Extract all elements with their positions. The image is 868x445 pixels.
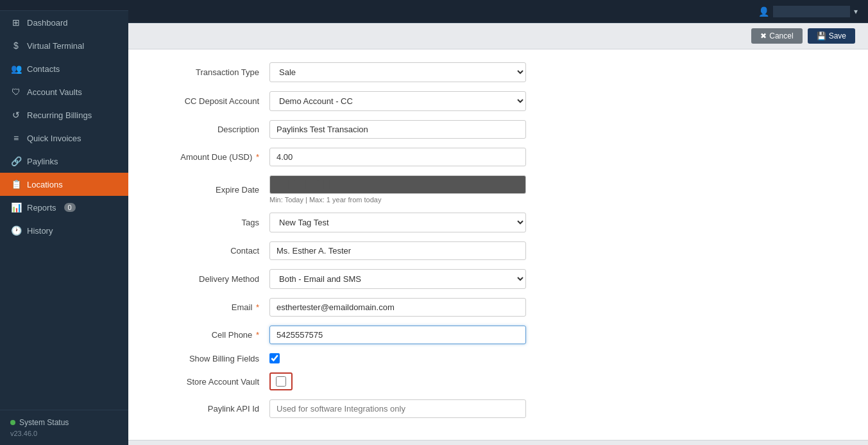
form-body: Transaction Type Sale Auth Only Refund C…: [128, 49, 868, 440]
sidebar-item-contacts[interactable]: 👥 Contacts: [0, 57, 128, 80]
sidebar-item-label: Quick Invoices: [27, 134, 81, 143]
description-row: Description: [154, 120, 842, 139]
show-billing-checkbox-wrapper: [269, 353, 526, 363]
sidebar-header: [0, 0, 128, 11]
email-label: Email *: [154, 302, 269, 312]
locations-icon: 📋: [10, 179, 22, 189]
main-content: 👤 ▾ ✖ Cancel 💾 Save Transaction Type: [128, 0, 868, 445]
sidebar-item-label: Contacts: [27, 64, 60, 74]
transaction-type-select[interactable]: Sale Auth Only Refund: [269, 62, 526, 82]
cancel-icon: ✖: [760, 31, 767, 40]
delivery-method-label: Delivery Method: [154, 274, 269, 284]
show-billing-field: [269, 353, 526, 363]
reports-badge: 0: [64, 203, 76, 212]
sidebar-item-label: Dashboard: [27, 18, 68, 28]
cell-phone-input[interactable]: [269, 326, 526, 344]
contact-row: Contact: [154, 241, 842, 260]
description-input[interactable]: [269, 120, 526, 139]
transaction-type-row: Transaction Type Sale Auth Only Refund: [154, 62, 842, 82]
sidebar-item-label: Reports: [27, 203, 56, 213]
expire-date-hint: Min: Today | Max: 1 year from today: [269, 196, 526, 204]
sidebar-item-reports[interactable]: 📊 Reports 0: [0, 196, 128, 219]
paylink-api-row: Paylink API Id: [154, 399, 842, 418]
store-vault-checkbox[interactable]: [276, 376, 286, 387]
transaction-type-field: Sale Auth Only Refund: [269, 62, 526, 82]
delivery-method-row: Delivery Method Both - Email and SMS Ema…: [154, 269, 842, 289]
tags-field: New Tag Test: [269, 213, 526, 232]
cc-deposit-label: CC Deposit Account: [154, 96, 269, 106]
show-billing-checkbox[interactable]: [269, 353, 280, 363]
cc-deposit-row: CC Deposit Account Demo Account - CC: [154, 91, 842, 111]
expire-date-input[interactable]: [269, 175, 526, 194]
cell-phone-row: Cell Phone *: [154, 326, 842, 344]
amount-due-label: Amount Due (USD) *: [154, 152, 269, 162]
expire-date-row: Expire Date Min: Today | Max: 1 year fro…: [154, 175, 842, 204]
tags-label: Tags: [154, 218, 269, 227]
description-label: Description: [154, 125, 269, 134]
topbar: 👤 ▾: [128, 0, 868, 23]
user-menu[interactable]: 👤 ▾: [758, 6, 858, 17]
contact-label: Contact: [154, 246, 269, 256]
tags-select[interactable]: New Tag Test: [269, 213, 526, 232]
sidebar-item-history[interactable]: 🕐 History: [0, 219, 128, 242]
cell-phone-field: [269, 326, 526, 344]
history-icon: 🕐: [10, 225, 22, 236]
sidebar-item-label: Paylinks: [27, 157, 58, 166]
dropdown-arrow-icon: ▾: [854, 7, 858, 16]
user-name-field[interactable]: [773, 6, 850, 17]
sidebar-item-locations[interactable]: 📋 Locations: [0, 173, 128, 196]
amount-due-field: [269, 148, 526, 166]
paylink-api-input[interactable]: [269, 399, 526, 418]
user-icon: 👤: [758, 6, 769, 17]
sidebar-item-label: History: [27, 226, 53, 236]
delivery-method-select[interactable]: Both - Email and SMS Email Only SMS Only: [269, 269, 526, 289]
form-container: ✖ Cancel 💾 Save Transaction Type Sale Au…: [128, 23, 868, 445]
reports-icon: 📊: [10, 202, 22, 213]
store-vault-checkbox-area: [269, 372, 293, 390]
sidebar-item-paylinks[interactable]: 🔗 Paylinks: [0, 150, 128, 173]
sidebar-nav: ⊞ Dashboard $ Virtual Terminal 👥 Contact…: [0, 11, 128, 242]
tags-row: Tags New Tag Test: [154, 213, 842, 232]
show-billing-row: Show Billing Fields: [154, 353, 842, 363]
system-status-label: System Status: [19, 418, 69, 427]
cell-phone-label: Cell Phone *: [154, 330, 269, 340]
paylink-api-field: [269, 399, 526, 418]
expire-date-label: Expire Date: [154, 185, 269, 195]
cc-deposit-select[interactable]: Demo Account - CC: [269, 91, 526, 111]
sidebar-footer: System Status v23.46.0: [0, 410, 128, 445]
transaction-type-label: Transaction Type: [154, 67, 269, 77]
dollar-icon: $: [10, 40, 22, 51]
email-input[interactable]: [269, 298, 526, 317]
save-icon: 💾: [817, 31, 826, 40]
sidebar-item-virtual-terminal[interactable]: $ Virtual Terminal: [0, 34, 128, 57]
description-field: [269, 120, 526, 139]
cancel-button-top[interactable]: ✖ Cancel: [751, 28, 802, 44]
status-dot: [10, 420, 15, 425]
cc-deposit-field: Demo Account - CC: [269, 91, 526, 111]
expire-date-field: Min: Today | Max: 1 year from today: [269, 175, 526, 204]
sidebar-item-label: Account Vaults: [27, 87, 82, 97]
amount-due-row: Amount Due (USD) *: [154, 148, 842, 166]
store-vault-label: Store Account Vault: [187, 377, 259, 387]
form-header: ✖ Cancel 💾 Save: [128, 23, 868, 49]
system-status: System Status: [10, 418, 118, 427]
sidebar-item-dashboard[interactable]: ⊞ Dashboard: [0, 11, 128, 34]
sidebar-item-recurring-billings[interactable]: ↺ Recurring Billings: [0, 103, 128, 127]
save-button-top[interactable]: 💾 Save: [808, 28, 855, 44]
sidebar-item-label: Recurring Billings: [27, 110, 92, 120]
contact-input[interactable]: [269, 241, 526, 260]
sidebar-item-label: Locations: [27, 180, 63, 189]
sidebar-item-quick-invoices[interactable]: ≡ Quick Invoices: [0, 127, 128, 150]
recurring-icon: ↺: [10, 110, 22, 120]
dashboard-icon: ⊞: [10, 17, 22, 28]
store-vault-row: Store Account Vault: [154, 372, 842, 390]
amount-due-input[interactable]: [269, 148, 526, 166]
vault-icon: 🛡: [10, 87, 22, 97]
sidebar-item-account-vaults[interactable]: 🛡 Account Vaults: [0, 80, 128, 103]
store-vault-label-wrapper: Store Account Vault: [154, 377, 269, 387]
version-label: v23.46.0: [10, 430, 118, 437]
email-field: [269, 298, 526, 317]
delivery-method-field: Both - Email and SMS Email Only SMS Only: [269, 269, 526, 289]
contact-field: [269, 241, 526, 260]
sidebar-item-label: Virtual Terminal: [27, 41, 84, 51]
